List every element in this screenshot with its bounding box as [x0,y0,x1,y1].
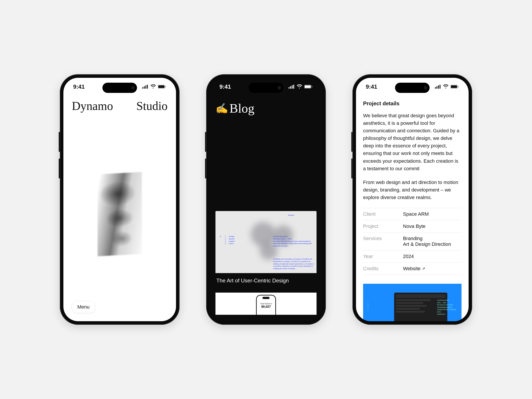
project-paragraph: We believe that great design goes beyond… [363,112,462,172]
phone-mockup-project: 9:41 Project details We believe that gre… [352,74,472,325]
screen-project: 9:41 Project details We believe that gre… [356,78,469,321]
blog-card[interactable]: Stoyoku A 1 Vertigo 2 System 3 Leather 4… [215,211,317,288]
signal-icon [289,85,295,89]
section-heading: Project details [363,101,462,107]
status-time: 9:41 [219,83,231,90]
meta-value: 2024 [403,253,462,259]
thumb-left-col: A 1 Vertigo 2 System 3 Leather 4 Cloud [220,235,235,245]
wifi-icon [297,84,302,89]
status-time: 9:41 [73,83,85,90]
svg-rect-7 [451,85,457,88]
meta-row-year: Year 2024 [363,250,462,263]
menu-button[interactable]: Menu [71,301,95,313]
brand-word-left: Dynamo [72,99,113,113]
thumb-header: Stoyoku [288,214,294,216]
link-text: Website [403,266,420,272]
battery-icon [450,85,459,89]
status-icons [435,84,459,89]
screen-home: 9:41 Dynamo Studio [63,78,176,321]
blog-card[interactable]: Total balance $9,027 [215,293,317,315]
blog-card-title: The Art of User-Centric Design [215,273,317,288]
project-meta-table: Client Space ARM Project Nova Byte Servi… [363,208,462,275]
thumb-bottom-col: Creativity and innovation converge to re… [273,258,315,270]
brand-word-right: Studio [136,99,168,113]
signal-icon [435,85,441,89]
thumb-mid-col: Visual Placeholder Research 2016 — 2024 … [273,235,315,247]
dynamic-island [395,83,430,93]
external-link-icon: ↗ [422,266,425,271]
screen-blog: 9:41 ✍️ Blog [210,78,322,321]
meta-row-services: Services Branding Art & Design Direction [363,233,462,250]
battery-icon [304,85,313,89]
wifi-icon [150,84,156,89]
meta-value: Nova Byte [403,223,462,229]
credits-website-link[interactable]: Website ↗ [403,266,425,272]
svg-rect-4 [304,85,311,88]
project-preview-image: 1234 PLACEHOLDER2016 — 2024WE DELVE INTO… [363,284,462,321]
svg-rect-2 [165,86,166,87]
meta-value: Branding Art & Design Direction [403,236,462,247]
svg-rect-1 [158,85,165,88]
page-title: ✍️ Blog [215,101,317,116]
writing-hand-icon: ✍️ [215,102,228,114]
meta-label: Year [363,253,403,259]
mini-balance-label: Total balance [260,303,272,305]
status-icons [289,84,313,89]
meta-row-project: Project Nova Byte [363,220,462,233]
signal-icon [142,85,149,89]
page-title-text: Blog [229,101,254,116]
meta-row-client: Client Space ARM [363,208,462,220]
svg-rect-8 [458,86,459,87]
meta-label: Services [363,236,403,247]
phone-mockup-blog: 9:41 ✍️ Blog [206,74,326,325]
blog-thumbnail: Stoyoku A 1 Vertigo 2 System 3 Leather 4… [215,211,317,273]
meta-value: Space ARM [403,211,462,217]
status-time: 9:41 [366,83,377,90]
battery-icon [158,85,166,89]
hero-image [98,172,142,256]
mini-balance-value: $9,027 [257,305,275,308]
mini-phone-illustration: Total balance $9,027 [256,295,276,315]
project-paragraph: From web design and art direction to mot… [363,179,462,201]
status-icons [142,84,166,89]
meta-label: Credits [363,266,403,272]
svg-rect-5 [312,86,312,87]
meta-label: Project [363,223,403,229]
phone-mockup-home: 9:41 Dynamo Studio [60,74,180,325]
wifi-icon [443,84,449,89]
blog-thumbnail: Total balance $9,027 [215,293,317,315]
meta-label: Client [363,211,403,217]
meta-row-credits: Credits Website ↗ [363,263,462,275]
dynamic-island [102,83,137,93]
dynamic-island [249,83,283,93]
